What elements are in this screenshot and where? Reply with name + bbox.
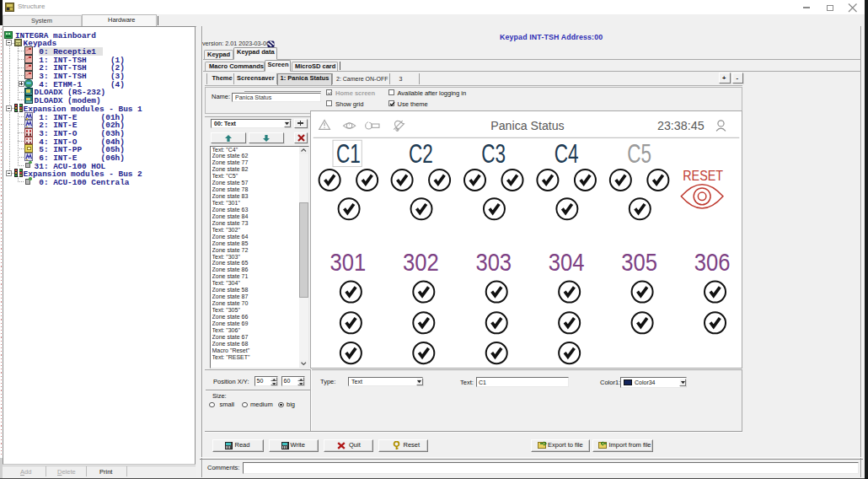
svg-text:Panica Status: Panica Status	[490, 119, 564, 132]
svg-text:C2: C2	[409, 139, 433, 169]
svg-text:303: 303	[475, 248, 512, 276]
svg-text:C1: C1	[336, 139, 361, 169]
svg-text:301: 301	[330, 248, 367, 276]
svg-text:304: 304	[549, 248, 585, 276]
svg-text:RESET: RESET	[683, 167, 723, 184]
svg-text:302: 302	[403, 248, 439, 276]
svg-text:C3: C3	[481, 139, 506, 169]
svg-text:305: 305	[621, 248, 657, 276]
svg-text:C4: C4	[555, 139, 579, 169]
svg-text:23:38:45: 23:38:45	[657, 119, 705, 132]
svg-text:306: 306	[694, 248, 731, 276]
svg-text:C5: C5	[627, 139, 651, 169]
